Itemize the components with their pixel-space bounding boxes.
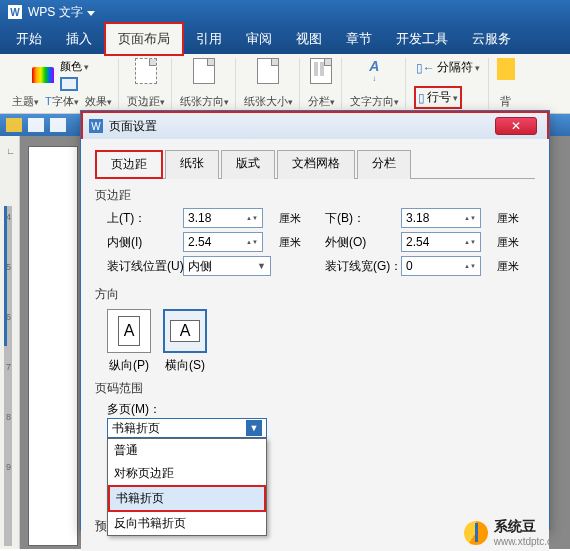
dlg-tab-layout[interactable]: 版式 (221, 150, 275, 179)
ribbon-theme-group: 颜色▾ 主题▾ T字体▾ 效果▾ (6, 58, 119, 109)
effect-label[interactable]: 效果▾ (85, 94, 112, 109)
dialog-titlebar: W 页面设置 ✕ (81, 111, 549, 139)
opt-reverse-book-fold[interactable]: 反向书籍折页 (108, 512, 266, 535)
main-tabs: 开始 插入 页面布局 引用 审阅 视图 章节 开发工具 云服务 (0, 24, 570, 54)
theme-label[interactable]: 主题▾ (12, 94, 39, 109)
chevron-down-icon: ▼ (257, 261, 266, 271)
tab-cloud[interactable]: 云服务 (460, 24, 523, 54)
background-icon (497, 58, 515, 80)
color-dropdown[interactable]: 颜色▾ (58, 58, 91, 75)
tab-view[interactable]: 视图 (284, 24, 334, 54)
unit-label[interactable]: 厘米 (279, 211, 319, 226)
bottom-label: 下(B)： (325, 210, 395, 227)
ribbon-size[interactable]: 纸张大小▾ (238, 58, 300, 109)
ribbon-columns[interactable]: 分栏▾ (302, 58, 342, 109)
opt-mirror[interactable]: 对称页边距 (108, 462, 266, 485)
watermark-url: www.xtdptc.com (494, 536, 566, 547)
qb-save-icon[interactable] (28, 118, 44, 132)
dialog-logo-icon: W (89, 119, 103, 133)
portrait-option[interactable]: A 纵向(P) (107, 309, 151, 374)
line-number-dropdown[interactable]: ▯行号▾ (414, 86, 462, 109)
portrait-icon: A (107, 309, 151, 353)
landscape-icon: A (163, 309, 207, 353)
chevron-down-icon[interactable]: ▼ (246, 420, 262, 436)
watermark: 系统豆 www.xtdptc.com (464, 518, 566, 547)
dialog-title: 页面设置 (109, 118, 157, 135)
breaks-dropdown[interactable]: ▯←分隔符▾ (414, 58, 482, 77)
gutter-width-label: 装订线宽(G)： (325, 258, 395, 275)
ribbon-breaks-lineno: ▯←分隔符▾ ▯行号▾ (408, 58, 489, 109)
opt-normal[interactable]: 普通 (108, 439, 266, 462)
bottom-input[interactable]: 3.18▲▼ (401, 208, 481, 228)
gutter-pos-label: 装订线位置(U)： (107, 258, 177, 275)
tab-review[interactable]: 审阅 (234, 24, 284, 54)
margins-section-label: 页边距 (95, 187, 535, 204)
tab-chapter[interactable]: 章节 (334, 24, 384, 54)
range-section-label: 页码范围 (95, 380, 535, 397)
qb-print-icon[interactable] (50, 118, 66, 132)
ribbon-margins[interactable]: 页边距▾ (121, 58, 172, 109)
outside-input[interactable]: 2.54▲▼ (401, 232, 481, 252)
multi-label: 多页(M)： (107, 401, 535, 418)
top-input[interactable]: 3.18▲▼ (183, 208, 263, 228)
dlg-tab-columns[interactable]: 分栏 (357, 150, 411, 179)
page-setup-dialog: W 页面设置 ✕ 页边距 纸张 版式 文档网格 分栏 页边距 上(T)： 3.1… (80, 110, 550, 530)
text-dir-icon: A↓ (364, 58, 384, 80)
spinner-icon[interactable]: ▲▼ (246, 215, 258, 221)
ribbon-text-direction[interactable]: A↓ 文字方向▾ (344, 58, 406, 109)
ribbon: 颜色▾ 主题▾ T字体▾ 效果▾ 页边距▾ 纸张方向▾ 纸张大小▾ 分栏▾ A↓… (0, 54, 570, 114)
spinner-icon[interactable]: ▲▼ (464, 263, 476, 269)
tab-insert[interactable]: 插入 (54, 24, 104, 54)
theme-shape[interactable] (58, 76, 91, 92)
spinner-icon[interactable]: ▲▼ (246, 239, 258, 245)
close-button[interactable]: ✕ (495, 117, 537, 135)
ribbon-orientation[interactable]: 纸张方向▾ (174, 58, 236, 109)
size-icon (257, 58, 279, 84)
app-title: WPS 文字 (28, 4, 83, 21)
dialog-tabs: 页边距 纸张 版式 文档网格 分栏 (95, 149, 535, 179)
tab-page-layout[interactable]: 页面布局 (104, 22, 184, 56)
watermark-icon (464, 521, 488, 545)
title-dropdown-icon[interactable] (87, 5, 95, 19)
watermark-brand: 系统豆 (494, 518, 566, 536)
landscape-option[interactable]: A 横向(S) (163, 309, 207, 374)
spinner-icon[interactable]: ▲▼ (464, 215, 476, 221)
ribbon-background[interactable]: 背 (491, 58, 521, 109)
document-page[interactable] (28, 146, 78, 546)
ruler-corner-icon: ∟ (6, 146, 15, 156)
tab-start[interactable]: 开始 (4, 24, 54, 54)
gutter-width-input[interactable]: 0▲▼ (401, 256, 481, 276)
titlebar: W WPS 文字 (0, 0, 570, 24)
qb-new-icon[interactable] (6, 118, 22, 132)
top-label: 上(T)： (107, 210, 177, 227)
gutter-pos-combo[interactable]: 内侧▼ (183, 256, 271, 276)
inside-label: 内侧(I) (107, 234, 177, 251)
tab-references[interactable]: 引用 (184, 24, 234, 54)
dlg-tab-paper[interactable]: 纸张 (165, 150, 219, 179)
outside-label: 外侧(O) (325, 234, 395, 251)
multi-page-combo[interactable]: 书籍折页 ▼ (107, 418, 267, 438)
app-logo: W (8, 5, 22, 19)
dlg-tab-margins[interactable]: 页边距 (95, 150, 163, 179)
dlg-tab-grid[interactable]: 文档网格 (277, 150, 355, 179)
inside-input[interactable]: 2.54▲▼ (183, 232, 263, 252)
vertical-ruler: ∟ 4 5 6 7 8 9 (0, 136, 20, 549)
spinner-icon[interactable]: ▲▼ (464, 239, 476, 245)
orientation-icon (193, 58, 215, 84)
font-label[interactable]: T字体▾ (45, 94, 79, 109)
margins-icon (135, 58, 157, 84)
orient-section-label: 方向 (95, 286, 535, 303)
opt-book-fold[interactable]: 书籍折页 (108, 485, 266, 512)
tab-devtools[interactable]: 开发工具 (384, 24, 460, 54)
multi-page-dropdown: 普通 对称页边距 书籍折页 反向书籍折页 (107, 438, 267, 536)
theme-color-icon[interactable] (32, 67, 54, 83)
columns-icon (310, 58, 332, 84)
